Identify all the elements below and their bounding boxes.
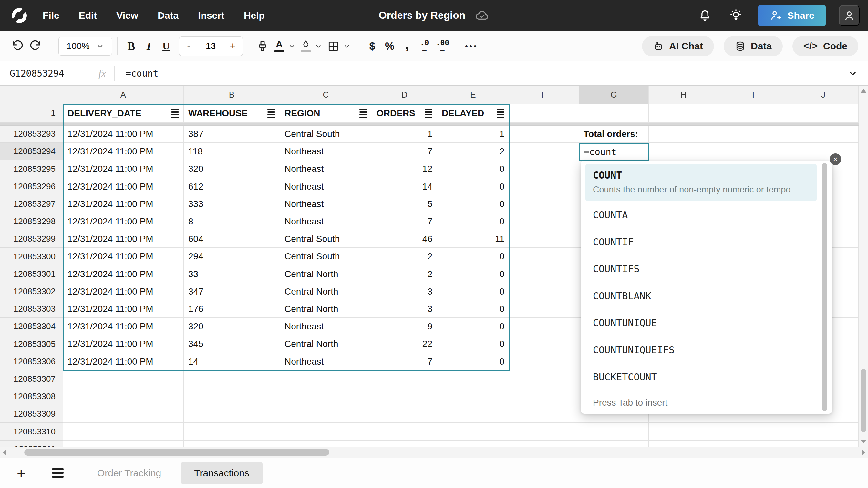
cell-A120853311[interactable]	[63, 440, 184, 447]
cell-A120853299[interactable]: 12/31/2024 11:00 PM	[63, 230, 184, 248]
horizontal-scroll-thumb[interactable]	[24, 449, 330, 456]
cell-E120853297[interactable]: 0	[437, 195, 509, 213]
row-header-120853305[interactable]: 120853305	[0, 335, 63, 353]
cell-F120853293[interactable]	[509, 125, 579, 143]
autocomplete-item-bucketcount[interactable]: BUCKETCOUNT	[593, 371, 657, 384]
cell-B120853307[interactable]	[184, 370, 280, 388]
borders-button[interactable]	[324, 36, 353, 56]
cell-F120853308[interactable]	[509, 388, 579, 405]
cell-F120853299[interactable]	[509, 230, 579, 248]
cell-C120853308[interactable]	[280, 388, 372, 405]
app-logo-icon[interactable]	[11, 7, 28, 24]
cell-D120853296[interactable]: 14	[372, 178, 437, 195]
column-header-G[interactable]: G	[579, 86, 649, 104]
vertical-scrollbar[interactable]	[859, 86, 868, 447]
row-header-120853301[interactable]: 120853301	[0, 266, 63, 283]
cell-E120853294[interactable]: 2	[437, 143, 509, 160]
cell-C120853295[interactable]: Northeast	[280, 160, 372, 178]
cell-I120853310[interactable]	[718, 423, 788, 440]
cell-A120853304[interactable]: 12/31/2024 11:00 PM	[63, 318, 184, 335]
cell-E120853298[interactable]: 0	[437, 213, 509, 230]
cell-F120853305[interactable]	[509, 335, 579, 353]
cell-B120853301[interactable]: 33	[184, 266, 280, 283]
cell-C120853306[interactable]: Northeast	[280, 353, 372, 370]
row-header-120853309[interactable]: 120853309	[0, 405, 63, 423]
row-header-120853310[interactable]: 120853310	[0, 423, 63, 440]
autocomplete-item-countuniqueifs[interactable]: COUNTUNIQUEIFS	[593, 344, 675, 356]
scroll-down-icon[interactable]	[861, 439, 866, 444]
row-header-120853308[interactable]: 120853308	[0, 388, 63, 405]
filter-icon[interactable]	[497, 109, 504, 118]
cell-E120853303[interactable]: 0	[437, 300, 509, 318]
cell-F120853306[interactable]	[509, 353, 579, 370]
cell-C120853297[interactable]: Northeast	[280, 195, 372, 213]
cell-G120853311[interactable]	[579, 440, 649, 447]
column-header-B[interactable]: B	[184, 86, 280, 104]
font-size-decrease-button[interactable]: -	[179, 37, 198, 56]
cell-C120853294[interactable]: Northeast	[280, 143, 372, 160]
cell-A120853295[interactable]: 12/31/2024 11:00 PM	[63, 160, 184, 178]
cell-G120853293[interactable]: Total orders:	[579, 125, 649, 143]
cell-F120853304[interactable]	[509, 318, 579, 335]
grid-corner[interactable]	[0, 86, 63, 104]
filter-icon[interactable]	[171, 109, 179, 118]
cell-C120853296[interactable]: Northeast	[280, 178, 372, 195]
cell-C120853305[interactable]: Central North	[280, 335, 372, 353]
cell-I120853293[interactable]	[718, 125, 788, 143]
cell-B1[interactable]: WAREHOUSE	[184, 104, 280, 123]
cell-B120853300[interactable]: 294	[184, 248, 280, 266]
more-formats-button[interactable]: •••	[462, 36, 480, 56]
cell-E1[interactable]: DELAYED	[437, 104, 509, 123]
cell-A120853305[interactable]: 12/31/2024 11:00 PM	[63, 335, 184, 353]
horizontal-scrollbar[interactable]	[0, 447, 859, 458]
percent-format-button[interactable]: %	[381, 36, 399, 56]
bold-button[interactable]: B	[123, 36, 140, 56]
cell-F120853298[interactable]	[509, 213, 579, 230]
cell-A1[interactable]: DELIVERY_DATE	[63, 104, 184, 123]
italic-button[interactable]: I	[140, 36, 158, 56]
cell-I1[interactable]	[718, 104, 788, 123]
vertical-scroll-thumb[interactable]	[861, 369, 866, 432]
cell-F120853310[interactable]	[509, 423, 579, 440]
cell-B120853308[interactable]	[184, 388, 280, 405]
cell-E120853307[interactable]	[437, 370, 509, 388]
notifications-bell-icon[interactable]	[696, 8, 714, 23]
column-header-J[interactable]: J	[788, 86, 859, 104]
undo-button[interactable]	[8, 36, 27, 56]
menu-help[interactable]: Help	[244, 10, 265, 21]
autocomplete-item-countblank[interactable]: COUNTBLANK	[593, 290, 651, 302]
cell-A120853308[interactable]	[63, 388, 184, 405]
cell-I120853311[interactable]	[718, 440, 788, 447]
row-header-120853304[interactable]: 120853304	[0, 318, 63, 335]
cell-E120853300[interactable]: 0	[437, 248, 509, 266]
increase-decimals-button[interactable]: .00→	[433, 36, 452, 56]
cell-D120853311[interactable]	[372, 440, 437, 447]
cell-D120853301[interactable]: 2	[372, 266, 437, 283]
cell-E120853295[interactable]: 0	[437, 160, 509, 178]
autocomplete-item-countunique[interactable]: COUNTUNIQUE	[593, 317, 657, 329]
sheet-tab-transactions[interactable]: Transactions	[181, 462, 263, 484]
cell-B120853302[interactable]: 347	[184, 283, 280, 300]
cell-E120853308[interactable]	[437, 388, 509, 405]
cell-F120853294[interactable]	[509, 143, 579, 160]
thousands-separator-button[interactable]: ,	[399, 34, 416, 54]
cell-B120853304[interactable]: 320	[184, 318, 280, 335]
column-header-A[interactable]: A	[63, 86, 184, 104]
cell-F120853303[interactable]	[509, 300, 579, 318]
cell-A120853310[interactable]	[63, 423, 184, 440]
cell-E120853299[interactable]: 11	[437, 230, 509, 248]
formula-input[interactable]: =count	[126, 68, 158, 79]
cell-G120853310[interactable]	[579, 423, 649, 440]
cell-H120853310[interactable]	[649, 423, 718, 440]
cell-F120853300[interactable]	[509, 248, 579, 266]
cell-E120853293[interactable]: 1	[437, 125, 509, 143]
cell-D120853293[interactable]: 1	[372, 125, 437, 143]
scroll-corner[interactable]	[859, 447, 868, 458]
row-header-120853299[interactable]: 120853299	[0, 230, 63, 248]
cell-C120853302[interactable]: Central North	[280, 283, 372, 300]
cell-B120853310[interactable]	[184, 423, 280, 440]
row-header-1[interactable]: 1	[0, 104, 63, 123]
cell-G1[interactable]	[579, 104, 649, 123]
cell-H120853294[interactable]	[649, 143, 718, 160]
cell-E120853296[interactable]: 0	[437, 178, 509, 195]
